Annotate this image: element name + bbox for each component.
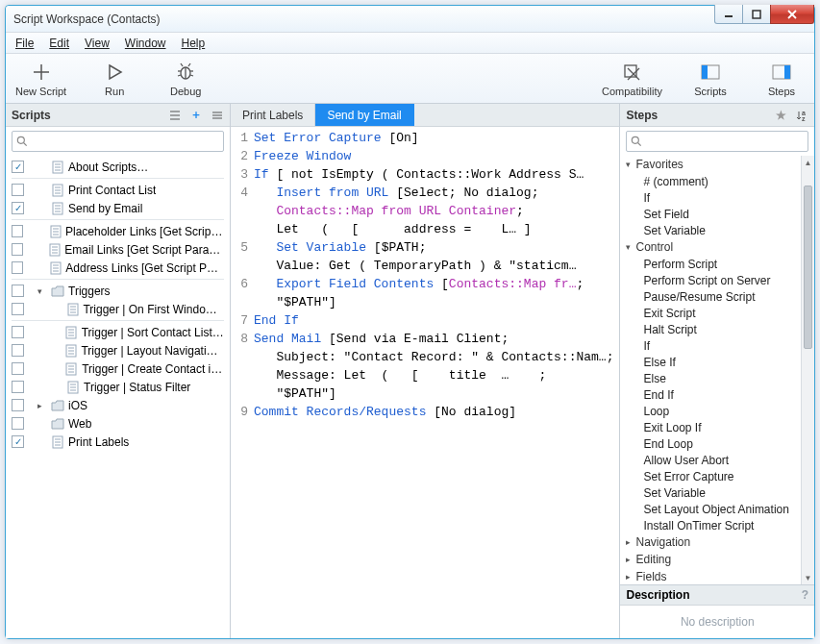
code-line[interactable]: Contacts::Map from URL Container; bbox=[231, 202, 619, 220]
scripts-pane-button[interactable]: Scripts bbox=[687, 61, 733, 97]
step-item[interactable]: Install OnTimer Script bbox=[620, 517, 801, 533]
debug-button[interactable]: Debug bbox=[162, 61, 209, 97]
script-tree-item[interactable]: Web bbox=[6, 414, 230, 433]
script-tree-item[interactable]: About Scripts… bbox=[6, 158, 230, 176]
code-line[interactable]: "$PATH"] bbox=[231, 293, 619, 311]
step-item[interactable]: Else bbox=[620, 370, 801, 386]
step-item[interactable]: Set Field bbox=[620, 206, 801, 222]
script-tree-item[interactable]: Placeholder Links [Get Script P… bbox=[6, 222, 230, 240]
script-tree-item[interactable]: ▾Triggers bbox=[6, 282, 230, 300]
script-tree-item[interactable]: Print Contact List bbox=[6, 181, 230, 199]
step-group[interactable]: ▸Fields bbox=[620, 568, 801, 584]
step-item[interactable]: Exit Loop If bbox=[620, 419, 801, 435]
step-item[interactable]: Allow User Abort bbox=[620, 452, 801, 468]
close-button[interactable] bbox=[770, 5, 814, 24]
script-checkbox[interactable] bbox=[12, 184, 24, 196]
sort-icon[interactable]: az bbox=[795, 109, 808, 122]
script-checkbox[interactable] bbox=[12, 285, 24, 297]
script-tree-item[interactable]: Trigger | Sort Contact List [… bbox=[6, 323, 230, 341]
script-checkbox[interactable] bbox=[12, 303, 24, 315]
step-item[interactable]: End If bbox=[620, 386, 801, 403]
script-editor[interactable]: 1Set Error Capture [On]2Freeze Window3If… bbox=[231, 127, 619, 638]
code-line[interactable]: 9Commit Records/Requests [No dialog] bbox=[231, 403, 619, 421]
new-script-button[interactable]: New Script bbox=[15, 61, 66, 97]
steps-list[interactable]: ▾Favorites# (comment)IfSet FieldSet Vari… bbox=[620, 156, 814, 584]
code-line[interactable]: Subject: "Contact Record: " & Contacts::… bbox=[231, 348, 619, 366]
step-item[interactable]: Halt Script bbox=[620, 321, 801, 337]
code-line[interactable]: Let ( [ address = L… ] bbox=[231, 220, 619, 238]
script-tree-item[interactable]: Email Links [Get Script Paramet… bbox=[6, 240, 230, 259]
code-line[interactable]: Message: Let ( [ title … ; bbox=[231, 366, 619, 384]
compatibility-button[interactable]: Compatibility bbox=[602, 61, 662, 97]
code-line[interactable]: 5 Set Variable [$PATH; bbox=[231, 238, 619, 257]
script-tree-item[interactable]: Trigger | On First Window… bbox=[6, 300, 230, 318]
code-line[interactable]: 3If [ not IsEmpty ( Contacts::Work Addre… bbox=[231, 165, 619, 184]
step-group[interactable]: ▸Editing bbox=[620, 551, 801, 568]
code-line[interactable]: "$PATH"] bbox=[231, 384, 619, 403]
menu-help[interactable]: Help bbox=[182, 37, 206, 50]
script-checkbox[interactable] bbox=[12, 326, 24, 338]
scripts-search-input[interactable] bbox=[12, 131, 224, 152]
script-checkbox[interactable] bbox=[12, 243, 23, 256]
code-line[interactable]: 6 Export Field Contents [Contacts::Map f… bbox=[231, 275, 619, 293]
menu-view[interactable]: View bbox=[85, 37, 110, 50]
minimize-button[interactable] bbox=[714, 5, 743, 24]
step-item[interactable]: If bbox=[620, 337, 801, 354]
step-group[interactable]: ▾Control bbox=[620, 238, 801, 256]
step-item[interactable]: # (comment) bbox=[620, 173, 801, 189]
step-group[interactable]: ▸Navigation bbox=[620, 533, 801, 551]
menu-file[interactable]: File bbox=[15, 37, 34, 50]
script-checkbox[interactable] bbox=[12, 202, 24, 214]
script-checkbox[interactable] bbox=[12, 161, 24, 173]
script-checkbox[interactable] bbox=[12, 381, 24, 393]
script-checkbox[interactable] bbox=[12, 435, 24, 448]
menu-edit[interactable]: Edit bbox=[49, 37, 69, 50]
steps-pane-button[interactable]: Steps bbox=[758, 61, 805, 97]
maximize-button[interactable] bbox=[742, 5, 771, 24]
script-tree-item[interactable]: Trigger | Status Filter bbox=[6, 378, 230, 396]
step-item[interactable]: Pause/Resume Script bbox=[620, 288, 801, 305]
step-item[interactable]: Set Variable bbox=[620, 222, 801, 238]
step-item[interactable]: Set Variable bbox=[620, 484, 801, 501]
scroll-thumb[interactable] bbox=[804, 186, 812, 349]
scroll-up-icon[interactable]: ▲ bbox=[802, 156, 814, 169]
step-item[interactable]: Loop bbox=[620, 403, 801, 419]
script-checkbox[interactable] bbox=[12, 225, 23, 237]
step-item[interactable]: Else If bbox=[620, 354, 801, 370]
step-item[interactable]: Set Layout Object Animation bbox=[620, 501, 801, 517]
code-line[interactable]: 1Set Error Capture [On] bbox=[231, 129, 619, 147]
script-checkbox[interactable] bbox=[12, 261, 23, 274]
code-line[interactable]: 8Send Mail [Send via E-mail Client; bbox=[231, 330, 619, 348]
step-item[interactable]: If bbox=[620, 189, 801, 206]
step-item[interactable]: Perform Script bbox=[620, 256, 801, 272]
script-checkbox[interactable] bbox=[12, 344, 24, 357]
script-tree-item[interactable]: Trigger | Create Contact in… bbox=[6, 359, 230, 378]
steps-search-input[interactable] bbox=[626, 131, 808, 152]
script-checkbox[interactable] bbox=[12, 362, 24, 375]
scripts-list-icon[interactable] bbox=[168, 109, 182, 122]
script-checkbox[interactable] bbox=[12, 417, 24, 430]
menu-window[interactable]: Window bbox=[125, 37, 166, 50]
help-icon[interactable]: ? bbox=[802, 588, 808, 602]
step-item[interactable]: Perform Script on Server bbox=[620, 272, 801, 288]
scroll-down-icon[interactable]: ▼ bbox=[802, 571, 814, 584]
script-tree-item[interactable]: Address Links [Get Script Para… bbox=[6, 259, 230, 277]
script-tree-item[interactable]: Send by Email bbox=[6, 199, 230, 217]
code-line[interactable]: 2Freeze Window bbox=[231, 147, 619, 165]
favorite-star-icon[interactable]: ★ bbox=[774, 109, 787, 122]
script-tree-item[interactable]: Print Labels bbox=[6, 433, 230, 451]
code-line[interactable]: 4 Insert from URL [Select; No dialog; bbox=[231, 184, 619, 202]
step-item[interactable]: Exit Script bbox=[620, 305, 801, 321]
new-script-icon[interactable]: ＋ bbox=[189, 109, 203, 122]
steps-scrollbar[interactable]: ▲ ▼ bbox=[801, 156, 814, 584]
run-button[interactable]: Run bbox=[91, 61, 137, 97]
code-line[interactable]: 7End If bbox=[231, 311, 619, 330]
script-checkbox[interactable] bbox=[12, 399, 24, 411]
tab-print-labels[interactable]: Print Labels bbox=[231, 104, 315, 126]
tab-send-by-email[interactable]: Send by Email bbox=[315, 104, 413, 126]
scripts-menu-icon[interactable] bbox=[211, 109, 224, 122]
step-item[interactable]: End Loop bbox=[620, 435, 801, 452]
step-group[interactable]: ▾Favorites bbox=[620, 156, 801, 173]
script-tree-item[interactable]: Trigger | Layout Navigation… bbox=[6, 341, 230, 359]
code-line[interactable]: Value: Get ( TemporaryPath ) & "staticm… bbox=[231, 257, 619, 275]
